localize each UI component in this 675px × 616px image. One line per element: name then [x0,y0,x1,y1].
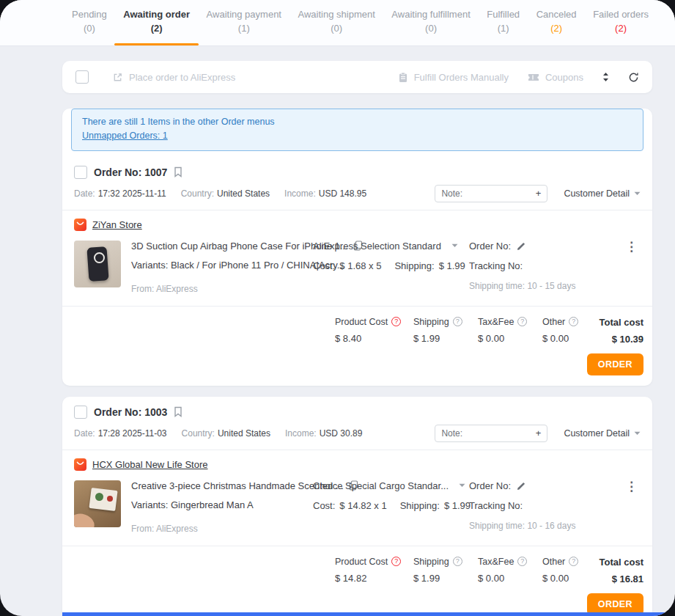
country-value: United States [217,188,270,199]
product-row: 3D Suction Cup Airbag Phone Case For iPh… [62,236,652,306]
tracking-no-label: Tracking No: [469,260,523,271]
tracking-no-label: Tracking No: [469,500,523,511]
product-cost-help-icon[interactable]: ? [391,317,401,326]
product-title[interactable]: Creative 3-piece Christmas Handmade Scen… [131,480,344,491]
place-order-button[interactable]: Place order to AliExpress [112,72,235,83]
bulk-actions-toolbar: Place order to AliExpress Fulfill Orders… [62,61,652,93]
refresh-button[interactable] [628,72,639,83]
customer-detail-toggle[interactable]: Customer Detail [564,428,641,439]
order-no-value: 1007 [144,166,167,178]
tab-awaiting-order[interactable]: Awaiting order (2) [122,9,191,45]
tab-count: (1) [238,23,250,34]
more-actions-menu[interactable]: ⋮ [622,480,641,493]
tab-canceled[interactable]: Canceled (2) [535,9,578,45]
select-all-checkbox[interactable] [75,70,89,84]
shipping-method-select[interactable]: AliExpress Selection Standard [313,241,469,252]
tab-fulfilled[interactable]: Fulfilled (1) [485,9,521,45]
product-row: Creative 3-piece Christmas Handmade Scen… [62,476,652,546]
cost-value: $ 1.68 x 5 [339,260,381,271]
tab-awaiting-shipment[interactable]: Awaiting shipment (0) [297,9,377,45]
cost-label: Cost: [313,500,335,511]
country-label: Country: [182,428,215,439]
coupons-button[interactable]: Coupons [528,72,583,83]
product-cost-value: $ 14.82 [335,573,413,584]
shipping-method-select[interactable]: Choice Special Cargo Standar... [313,480,469,491]
note-add-icon[interactable]: + [536,188,542,199]
other-cost-label: Other [542,317,565,327]
product-source: From: AliExpress [131,284,313,294]
aliexpress-store-icon [74,219,86,231]
taxfee-help-icon[interactable]: ? [517,557,527,566]
product-variants: Variants: Gingerbread Man A [131,499,313,510]
unmapped-orders-banner: There are still 1 Items in the other Ord… [71,109,643,151]
order-button[interactable]: ORDER [587,353,643,375]
bookmark-icon[interactable] [174,166,182,177]
order-checkbox[interactable] [74,406,87,419]
income-value: USD 148.95 [319,188,366,199]
other-help-icon[interactable]: ? [569,317,578,326]
date-value: 17:28 2025-11-03 [98,428,167,439]
shipping-time-value: 10 - 16 days [527,521,575,531]
taxfee-help-icon[interactable]: ? [517,317,527,326]
shipping-help-icon[interactable]: ? [453,557,462,566]
order-card-1007: There are still 1 Items in the other Ord… [62,109,652,386]
customer-detail-toggle[interactable]: Customer Detail [564,188,641,199]
product-cost-help-icon[interactable]: ? [391,557,401,566]
shipping-label: Shipping: [400,500,440,511]
tab-count: (2) [615,23,627,34]
tab-awaiting-fulfillment[interactable]: Awaiting fulfillment (0) [390,9,471,45]
supplier-order-no-label: Order No: [469,480,511,491]
cost-summary: Product Cost ? $ 8.40 Shipping ? $ 1.99 … [62,306,652,345]
clipboard-icon [398,72,408,83]
shipping-help-icon[interactable]: ? [453,317,462,326]
unmapped-orders-link[interactable]: Unmapped Orders: 1 [82,129,632,143]
product-image[interactable] [74,241,121,287]
shipping-value: $ 1.99 [444,500,471,511]
bottom-scrollbar[interactable] [62,612,675,616]
store-link[interactable]: HCX Global New Life Store [92,459,208,470]
note-add-icon[interactable]: + [536,428,542,439]
other-cost-value: $ 0.00 [542,573,591,584]
country-value: United States [218,428,270,439]
sort-order-button[interactable] [602,72,609,82]
edit-pencil-icon[interactable] [517,241,526,251]
sort-arrows-icon [602,72,609,82]
tab-awaiting-payment[interactable]: Awaiting payment (1) [205,9,283,45]
note-input[interactable]: Note: + [435,185,547,202]
taxfee-label: Tax&Fee [478,557,514,567]
more-actions-menu[interactable]: ⋮ [622,241,641,253]
shipping-cost-label: Shipping [413,557,449,567]
other-help-icon[interactable]: ? [569,557,578,566]
cost-label: Cost: [313,260,335,271]
date-value: 17:32 2025-11-11 [98,188,166,199]
aliexpress-store-icon [74,458,86,471]
total-cost-value: $ 10.39 [591,334,643,345]
taxfee-value: $ 0.00 [478,573,542,584]
bookmark-icon[interactable] [174,406,182,417]
shipping-cost-value: $ 1.99 [413,333,478,344]
edit-pencil-icon[interactable] [517,481,526,491]
tab-count: (2) [550,23,562,34]
shipping-label: Shipping: [394,260,434,271]
tab-failed-orders[interactable]: Failed orders (2) [591,9,650,45]
other-cost-label: Other [542,557,565,567]
note-input[interactable]: Note: + [435,425,547,442]
fulfill-manually-button[interactable]: Fulfill Orders Manually [398,72,509,83]
date-label: Date: [74,188,95,199]
product-image[interactable] [74,480,121,527]
refresh-icon [628,72,639,83]
export-order-icon [112,72,123,83]
tab-pending[interactable]: Pending (0) [70,9,108,45]
product-cost-label: Product Cost [335,317,388,327]
supplier-order-no-label: Order No: [469,241,511,252]
order-checkbox[interactable] [74,166,87,179]
total-cost-label: Total cost [591,557,643,568]
place-order-label: Place order to AliExpress [129,72,235,83]
tab-count: (0) [425,23,437,34]
income-label: Income: [285,428,317,439]
tab-count: (0) [84,23,95,34]
country-label: Country: [181,188,214,199]
shipping-cost-label: Shipping [413,317,449,327]
store-link[interactable]: ZiYan Store [92,219,142,230]
tab-label: Awaiting payment [207,9,281,20]
